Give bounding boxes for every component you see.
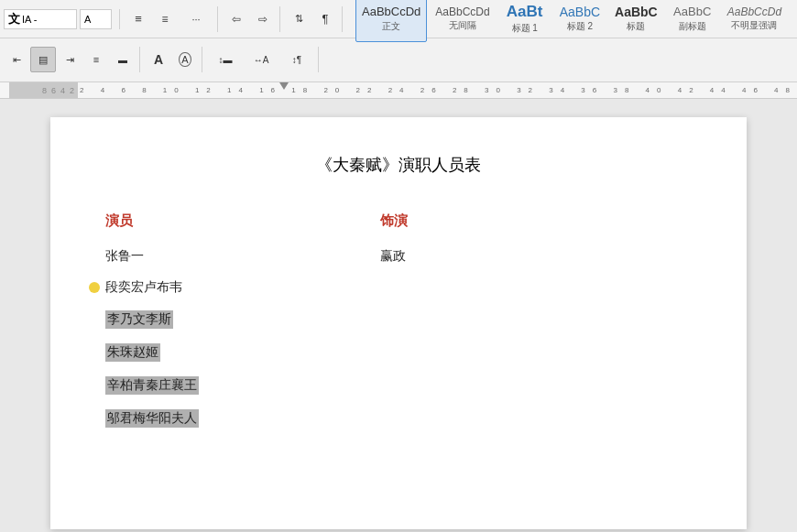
cast-row-5: 辛柏青秦庄襄王 <box>105 376 692 395</box>
ruler-main: 2 4 6 8 10 12 14 16 18 20 22 24 26 28 30… <box>78 86 797 94</box>
indent-increase-button[interactable]: ⇨ <box>250 6 276 32</box>
cast-table: 演员 饰演 张鲁一 赢政 段奕宏卢布韦 <box>105 212 692 428</box>
toolbar-row2: ⇤ ▤ ⇥ ≡ ▬ A A <box>0 38 797 81</box>
style-heading2[interactable]: AaBbC 标题 2 <box>553 0 606 42</box>
cast-row-3: 李乃文李斯 <box>105 310 692 329</box>
style-no-gap[interactable]: AaBbCcDd 无间隔 <box>429 0 496 42</box>
document-page[interactable]: 《大秦赋》演职人员表 演员 饰演 张鲁一 赢政 <box>50 117 747 529</box>
cast-header-row: 演员 饰演 <box>105 212 692 230</box>
indent-decrease-button[interactable]: ⇦ <box>224 6 249 32</box>
font-controls: 文 IA - A <box>4 9 112 29</box>
role-column-header: 饰演 <box>380 212 408 230</box>
cast-row-2: 段奕宏卢布韦 <box>105 279 692 296</box>
style-heading1[interactable]: AaBt 标题 1 <box>498 0 551 42</box>
font-circle-button[interactable]: A <box>172 47 198 72</box>
ruler-left-margin: 8 6 4 2 <box>9 82 78 98</box>
cursor-marker <box>89 282 100 293</box>
style-gallery: AaBbCcDd 正文 AaBbCcDd 无间隔 AaBt 标题 1 AaBbC… <box>355 0 788 42</box>
document-area: 《大秦赋》演职人员表 演员 饰演 张鲁一 赢政 <box>0 99 797 532</box>
font-name-input[interactable]: 文 IA - <box>4 9 77 29</box>
actor-column-header: 演员 <box>105 212 380 230</box>
style-normal[interactable]: AaBbCcDd 正文 <box>355 0 427 42</box>
sort-button[interactable]: ⇅ <box>286 6 311 32</box>
align-center-button[interactable]: ▤ <box>30 47 56 72</box>
bullet-list-button[interactable]: ≡ <box>126 6 151 32</box>
actor-name-4: 朱珠赵姬 <box>105 343 380 362</box>
actor-name-1: 张鲁一 <box>105 248 380 265</box>
sort-group: ⇅ ¶ <box>286 6 343 32</box>
cast-row-4: 朱珠赵姬 <box>105 343 692 362</box>
toolbar-row1: 文 IA - A ≡ ≡ ··· ⇦ <box>0 0 797 38</box>
selected-actor-6: 邬君梅华阳夫人 <box>105 409 199 428</box>
role-name-1: 赢政 <box>380 248 406 265</box>
line-height-button[interactable]: ↕▬ <box>208 47 243 72</box>
selected-actor-5: 辛柏青秦庄襄王 <box>105 376 199 395</box>
spacing-group: ↕▬ ↔A ↕¶ <box>208 47 319 72</box>
list-group: ≡ ≡ ··· <box>126 6 218 32</box>
indent-group: ⇦ ⇨ <box>224 6 280 32</box>
style-subtle[interactable]: AaBbCcDd 不明显强调 <box>721 0 788 42</box>
para-spacing-button[interactable]: ↕¶ <box>279 47 314 72</box>
selected-actor-3: 李乃文李斯 <box>105 310 173 329</box>
alignment-group: ⇤ ▤ ⇥ ≡ ▬ <box>4 47 140 72</box>
cast-row-6: 邬君梅华阳夫人 <box>105 409 692 428</box>
font-group: 文 IA - A <box>4 9 120 29</box>
align-justify-button[interactable]: ≡ <box>83 47 109 72</box>
font-size-input[interactable]: A <box>80 9 112 29</box>
actor-name-3: 李乃文李斯 <box>105 310 380 329</box>
ruler: 8 6 4 2 2 4 6 8 10 12 14 16 18 20 22 24 … <box>0 82 797 99</box>
toolbar-area: 文 IA - A ≡ ≡ ··· ⇦ <box>0 0 797 82</box>
document-title: 《大秦赋》演职人员表 <box>105 154 692 176</box>
actor-name-2: 段奕宏卢布韦 <box>105 279 380 296</box>
multilevel-list-button[interactable]: ··· <box>179 6 213 32</box>
actor-name-5: 辛柏青秦庄襄王 <box>105 376 380 395</box>
numbered-list-button[interactable]: ≡ <box>152 6 178 32</box>
font-a-big-button[interactable]: A <box>146 47 171 72</box>
char-spacing-button[interactable]: ↔A <box>244 47 278 72</box>
align-distribute-button[interactable]: ▬ <box>110 47 136 72</box>
ruler-marker <box>279 82 289 90</box>
font-style-group: A A <box>146 47 202 72</box>
align-right-button[interactable]: ⇥ <box>57 47 82 72</box>
align-left-button[interactable]: ⇤ <box>4 47 29 72</box>
cast-row-1: 张鲁一 赢政 <box>105 248 692 265</box>
show-marks-button[interactable]: ¶ <box>312 6 338 32</box>
style-heading[interactable]: AaBbC 标题 <box>608 0 664 42</box>
style-subtitle[interactable]: AaBbC 副标题 <box>666 0 719 42</box>
selected-actor-4: 朱珠赵姬 <box>105 343 160 362</box>
actor-name-6: 邬君梅华阳夫人 <box>105 409 380 428</box>
